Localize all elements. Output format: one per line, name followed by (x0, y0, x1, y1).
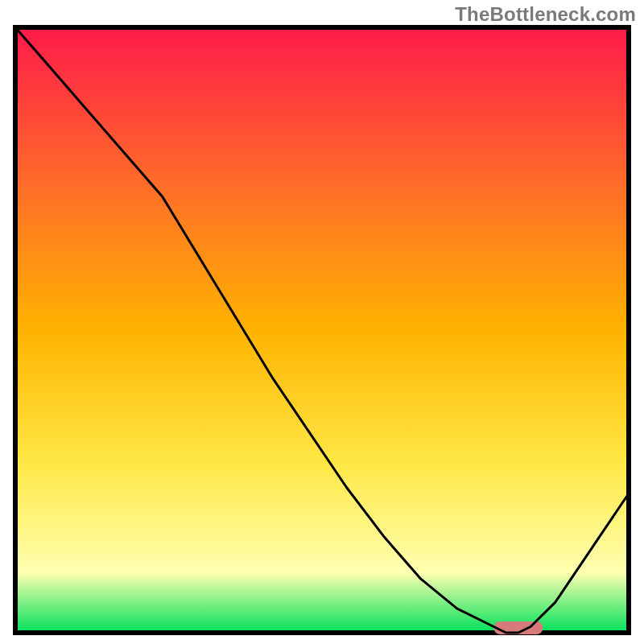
bottleneck-plot (12, 24, 632, 636)
gradient-background (15, 27, 629, 633)
plot-svg (12, 24, 632, 636)
watermark-text: TheBottleneck.com (455, 3, 636, 26)
chart-container: TheBottleneck.com (0, 0, 644, 644)
